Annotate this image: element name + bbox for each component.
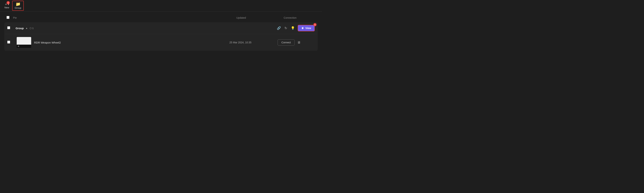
lamp-icon-button[interactable]: 💡 (290, 26, 296, 31)
view-badge: 2 (313, 23, 316, 26)
group-row-container: Group ▲ ⬡ 1 🔗 ↻ 💡 🖥 (4, 22, 318, 51)
header-name-col: Pie (13, 16, 218, 19)
item-name: RDR Weapon Wheel2 (34, 41, 61, 44)
header-checkbox-col (6, 16, 13, 20)
monitor-icon: 🖥 (301, 27, 304, 30)
new-button-wrapper: ＋▾ New 1 (3, 2, 11, 10)
group-row-actions: 🔗 ↻ 💡 🖥 View 2 (276, 25, 315, 32)
thumb-white (17, 37, 31, 44)
item-thumbnail (17, 37, 31, 48)
item-monitor-icon: 🖥 (297, 41, 300, 44)
chevron-up-icon: ▲ (26, 27, 28, 30)
group-row-left: Group ▲ ⬡ 1 (7, 26, 276, 30)
item-checkbox[interactable] (7, 41, 10, 44)
link-icon: 🔗 (277, 26, 281, 30)
main-content: Pie Updated Connection Group ▲ ⬡ 1 🔗 (0, 12, 322, 54)
group-checkbox-col (7, 26, 14, 30)
thumb-dot (18, 46, 19, 47)
folder-icon: 📁 (16, 2, 20, 6)
toolbar: ＋▾ New 1 📁 Group (0, 0, 322, 12)
new-label: New (4, 6, 9, 9)
item-row-left: RDR Weapon Wheel2 (7, 37, 217, 48)
refresh-icon-button[interactable]: ↻ (284, 26, 288, 31)
new-badge: 1 (6, 1, 10, 4)
item-monitor-button[interactable]: 🖥 (296, 40, 301, 45)
connect-button[interactable]: Connect (278, 39, 294, 46)
header-connection-col: Connection (265, 16, 316, 19)
link-icon-button[interactable]: 🔗 (276, 26, 282, 31)
lamp-icon: 💡 (291, 26, 295, 30)
tag-icon: ⬡ (30, 27, 32, 30)
view-label: View (305, 27, 311, 30)
tag-count-value: 1 (32, 27, 34, 30)
tag-count: ⬡ 1 (30, 27, 34, 30)
group-checkbox[interactable] (7, 26, 10, 29)
item-updated: 25 Mar 2024, 10:35 (217, 41, 264, 44)
refresh-icon: ↻ (284, 26, 287, 30)
item-checkbox-col (7, 41, 14, 44)
group-name: Group (16, 27, 24, 30)
group-row: Group ▲ ⬡ 1 🔗 ↻ 💡 🖥 (4, 22, 318, 34)
thumb-black (17, 44, 31, 48)
item-connection: Connect 🖥 (264, 39, 315, 46)
item-row: RDR Weapon Wheel2 25 Mar 2024, 10:35 Con… (4, 34, 318, 51)
group-label: Group (15, 6, 21, 9)
group-button[interactable]: 📁 Group (12, 1, 24, 11)
table-header: Pie Updated Connection (4, 14, 318, 21)
select-all-checkbox[interactable] (6, 16, 10, 19)
header-updated-col: Updated (218, 16, 265, 19)
view-button[interactable]: 🖥 View (298, 25, 315, 32)
